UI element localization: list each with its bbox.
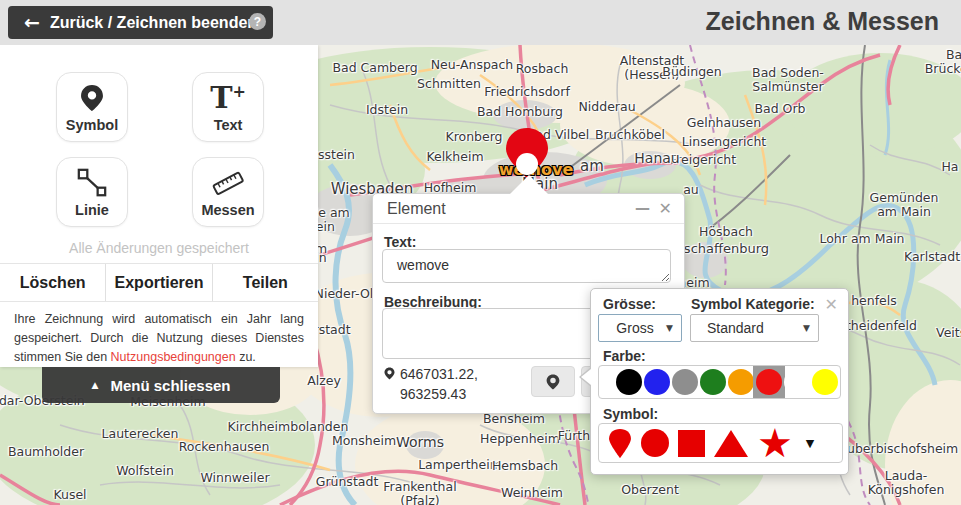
- dialog-title: Element: [387, 200, 446, 218]
- save-status-text: Alle Änderungen gespeichert: [0, 240, 318, 256]
- text-icon: T+: [210, 82, 246, 114]
- legal-text: Ihre Zeichnung wird automatisch ein Jahr…: [14, 310, 304, 366]
- tool-button-text[interactable]: T+Text: [192, 72, 264, 142]
- symbol-choice-box: ★▼: [598, 423, 843, 463]
- symbol-option-triangle[interactable]: [714, 430, 748, 457]
- size-label: Grösse:: [603, 296, 656, 312]
- tool-label: Linie: [75, 202, 109, 218]
- pin-icon: [546, 373, 560, 391]
- symbol-label: Symbol:: [603, 406, 658, 422]
- dialog-pointer: [510, 175, 548, 194]
- coordinates-display: 6467031.22, 963259.43: [384, 364, 494, 405]
- symbol-style-popup: ✕ Grösse: Gross ▼ Symbol Kategorie: Stan…: [590, 288, 849, 475]
- symbol-option-square[interactable]: [678, 430, 705, 457]
- chevron-down-icon: ▼: [803, 323, 810, 333]
- symbol-style-button[interactable]: [531, 366, 575, 397]
- tool-button-messen[interactable]: Messen: [192, 157, 264, 227]
- color-swatch-orange[interactable]: [728, 369, 754, 395]
- coordinates-value: 6467031.22, 963259.43: [400, 364, 494, 405]
- top-bar: ← Zurück / Zeichnen beenden ? Zeichnen &…: [0, 0, 961, 45]
- location-pin-icon: [384, 366, 395, 381]
- color-swatch-gray[interactable]: [672, 369, 698, 395]
- symbol-option-star[interactable]: ★: [757, 429, 793, 457]
- tool-grid: SymbolT+TextLinieMessen: [56, 72, 264, 227]
- linie-icon: [76, 167, 108, 199]
- back-arrow-icon: ←: [24, 13, 40, 32]
- close-icon[interactable]: ✕: [659, 199, 672, 218]
- text-input[interactable]: wemove: [382, 249, 671, 283]
- action-button-löschen[interactable]: Löschen: [0, 264, 105, 301]
- category-select-value: Standard: [707, 320, 764, 336]
- menu-close-button[interactable]: ▲ Menü schliessen: [42, 367, 280, 403]
- help-icon[interactable]: ?: [249, 13, 266, 30]
- tool-button-symbol[interactable]: Symbol: [56, 72, 128, 142]
- tool-label: Symbol: [66, 117, 118, 133]
- menu-close-label: Menü schliessen: [110, 377, 230, 394]
- text-field-label: Text:: [384, 234, 416, 250]
- category-label: Symbol Kategorie:: [691, 296, 815, 312]
- tool-label: Messen: [201, 202, 254, 218]
- color-swatch-blue[interactable]: [644, 369, 670, 395]
- tool-button-linie[interactable]: Linie: [56, 157, 128, 227]
- color-swatch-red[interactable]: [756, 369, 782, 395]
- minimize-icon[interactable]: —: [635, 199, 650, 217]
- tool-label: Text: [214, 117, 243, 133]
- color-swatch-box: [598, 365, 841, 399]
- map-marker-anchor-dot: [516, 153, 538, 175]
- color-swatch-green[interactable]: [700, 369, 726, 395]
- color-swatch-yellow[interactable]: [812, 369, 838, 395]
- symbol-icon: [80, 82, 104, 114]
- dialog-header: Element — ✕: [373, 194, 684, 224]
- chevron-down-icon: ▼: [666, 323, 673, 333]
- category-select[interactable]: Standard ▼: [690, 314, 819, 342]
- zeichnen-messen-app: Bad CambergNeu-AnspachRosbachAltenstadt …: [0, 0, 961, 505]
- chevron-up-icon: ▲: [92, 380, 99, 390]
- color-swatch-black[interactable]: [616, 369, 642, 395]
- color-swatch-white[interactable]: [784, 369, 810, 395]
- size-select-value: Gross: [616, 320, 653, 336]
- drawing-tools-sidebar: SymbolT+TextLinieMessen Alle Änderungen …: [0, 45, 318, 367]
- action-button-teilen[interactable]: Teilen: [212, 264, 318, 301]
- back-button-label: Zurück / Zeichnen beenden: [50, 14, 257, 32]
- symbol-more-chevron-icon[interactable]: ▼: [806, 437, 814, 450]
- page-title: Zeichnen & Messen: [706, 7, 939, 36]
- color-label: Farbe:: [603, 348, 646, 364]
- terms-link[interactable]: Nutzungsbedingungen: [111, 350, 236, 364]
- symbol-option-circle[interactable]: [641, 429, 669, 457]
- symbol-option-pin[interactable]: [608, 428, 632, 459]
- back-finish-drawing-button[interactable]: ← Zurück / Zeichnen beenden: [8, 6, 273, 39]
- action-button-row: LöschenExportierenTeilen: [0, 263, 318, 302]
- popup-close-icon[interactable]: ✕: [825, 295, 838, 314]
- messen-icon: [210, 167, 246, 199]
- action-button-exportieren[interactable]: Exportieren: [105, 264, 211, 301]
- size-select[interactable]: Gross ▼: [598, 314, 682, 342]
